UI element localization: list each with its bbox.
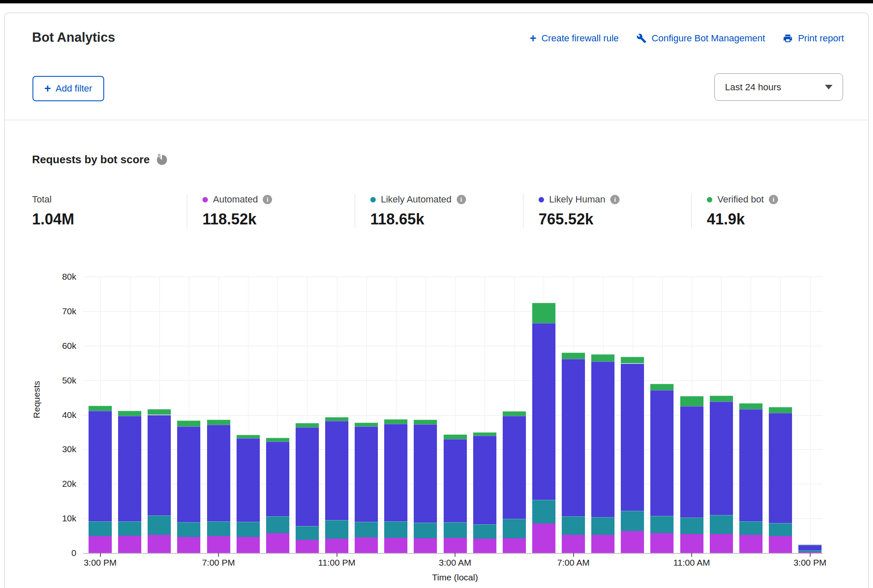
bar-segment-likely-human bbox=[591, 361, 614, 517]
stat-label: Likely Automated bbox=[381, 194, 452, 205]
vertical-gridline bbox=[721, 277, 722, 553]
bar-segment-verified-bot bbox=[207, 420, 230, 425]
stat-total: Total 1.04M bbox=[32, 194, 187, 228]
bar-segment-likely-human bbox=[355, 426, 378, 522]
horizontal-gridline bbox=[83, 277, 823, 277]
bar-segment-likely-human bbox=[207, 425, 230, 521]
x-axis-tick bbox=[810, 553, 811, 557]
bar-segment-verified-bot bbox=[384, 419, 407, 424]
horizontal-gridline bbox=[83, 415, 823, 415]
configure-bot-management-link[interactable]: Configure Bot Management bbox=[636, 33, 765, 44]
chevron-down-icon bbox=[825, 85, 833, 89]
plus-icon: + bbox=[44, 84, 51, 93]
bar-segment-likely-automated bbox=[325, 520, 348, 538]
bar-segment-likely-human bbox=[118, 416, 141, 521]
bar-segment-automated bbox=[444, 538, 467, 553]
x-axis-tick-label: 11:00 PM bbox=[318, 558, 355, 568]
horizontal-gridline bbox=[83, 518, 823, 519]
bar-segment-automated bbox=[650, 533, 674, 553]
vertical-gridline bbox=[130, 277, 130, 553]
bar-segment-verified-bot bbox=[296, 423, 319, 427]
stat-label: Total bbox=[32, 194, 51, 205]
create-firewall-rule-link[interactable]: + Create firewall rule bbox=[530, 33, 619, 44]
bar-segment-likely-human bbox=[177, 426, 200, 523]
bar-segment-automated bbox=[739, 535, 763, 553]
bar-segment-likely-human bbox=[798, 545, 822, 550]
info-icon[interactable]: i bbox=[610, 195, 620, 204]
bar-segment-verified-bot bbox=[89, 406, 112, 410]
bar-segment-likely-human bbox=[680, 406, 703, 518]
y-axis-tick-label: 30k bbox=[30, 444, 76, 454]
bar-segment-likely-automated bbox=[414, 523, 437, 538]
bar-segment-automated bbox=[473, 539, 496, 553]
y-axis-title: Requests bbox=[32, 381, 42, 418]
x-axis-tick bbox=[218, 553, 219, 557]
bar-segment-likely-automated bbox=[237, 522, 260, 537]
bar-segment-likely-human bbox=[414, 424, 437, 523]
x-axis-tick bbox=[455, 553, 455, 557]
time-range-dropdown[interactable]: Last 24 hours bbox=[714, 73, 843, 101]
y-axis-tick-label: 40k bbox=[30, 410, 76, 420]
bar-segment-verified-bot bbox=[266, 438, 289, 442]
bar-segment-likely-automated bbox=[355, 522, 378, 537]
vertical-gridline bbox=[426, 277, 426, 553]
configure-bot-management-label: Configure Bot Management bbox=[652, 33, 765, 44]
bar-segment-automated bbox=[384, 538, 407, 553]
pie-chart-icon bbox=[156, 154, 167, 165]
vertical-gridline bbox=[366, 277, 367, 553]
vertical-gridline bbox=[100, 277, 101, 553]
horizontal-gridline bbox=[83, 346, 823, 346]
bar-segment-likely-human bbox=[532, 323, 555, 500]
x-axis-tick bbox=[573, 553, 574, 557]
bar-segment-likely-automated bbox=[769, 523, 792, 536]
create-firewall-rule-label: Create firewall rule bbox=[542, 33, 619, 44]
horizontal-gridline bbox=[83, 484, 823, 484]
bar-segment-automated bbox=[680, 534, 703, 553]
bar-segment-automated bbox=[118, 536, 141, 553]
time-range-value: Last 24 hours bbox=[725, 82, 781, 93]
add-filter-button[interactable]: + Add filter bbox=[32, 76, 104, 101]
stat-automated: Automated i 118.52k bbox=[187, 194, 355, 228]
bar-segment-verified-bot bbox=[680, 396, 703, 406]
y-axis-tick-label: 10k bbox=[30, 513, 76, 523]
bar-segment-verified-bot bbox=[769, 407, 792, 413]
bar-segment-verified-bot bbox=[798, 545, 822, 545]
horizontal-gridline bbox=[83, 449, 823, 450]
bar-segment-verified-bot bbox=[591, 354, 614, 361]
info-icon[interactable]: i bbox=[457, 195, 466, 204]
vertical-gridline bbox=[248, 277, 248, 553]
info-icon[interactable]: i bbox=[263, 195, 272, 204]
vertical-gridline bbox=[780, 277, 781, 553]
vertical-gridline bbox=[633, 277, 633, 553]
bar-segment-likely-human bbox=[562, 359, 585, 516]
bar-segment-automated bbox=[798, 552, 822, 553]
bar-segment-automated bbox=[89, 536, 112, 553]
print-report-link[interactable]: Print report bbox=[783, 33, 844, 44]
stat-likely-human: Likely Human i 765.52k bbox=[523, 194, 691, 228]
stat-value: 118.65k bbox=[370, 210, 523, 228]
bar-segment-likely-human bbox=[325, 421, 348, 520]
bar-segment-likely-automated bbox=[739, 521, 763, 535]
bar-segment-verified-bot bbox=[710, 396, 733, 402]
bar-segment-automated bbox=[503, 538, 526, 553]
bar-segment-likely-automated bbox=[710, 515, 733, 534]
bar-segment-likely-automated bbox=[591, 517, 614, 535]
bar-segment-likely-human bbox=[296, 427, 319, 526]
bar-segment-verified-bot bbox=[650, 384, 674, 390]
horizontal-gridline bbox=[83, 380, 823, 381]
bar-segment-likely-automated bbox=[503, 519, 526, 538]
bar-segment-verified-bot bbox=[739, 403, 763, 409]
vertical-gridline bbox=[189, 277, 189, 553]
y-axis-tick-label: 50k bbox=[30, 375, 76, 386]
bar-segment-likely-human bbox=[739, 409, 763, 521]
vertical-gridline bbox=[544, 277, 544, 553]
bar-segment-likely-automated bbox=[118, 521, 141, 536]
vertical-gridline bbox=[337, 277, 337, 553]
stat-value: 41.9k bbox=[707, 210, 843, 228]
bar-segment-automated bbox=[562, 535, 585, 553]
bar-segment-likely-human bbox=[621, 364, 644, 511]
bar-segment-verified-bot bbox=[177, 421, 200, 426]
x-axis-tick bbox=[691, 553, 692, 557]
bar-segment-verified-bot bbox=[503, 411, 526, 416]
info-icon[interactable]: i bbox=[769, 195, 778, 204]
